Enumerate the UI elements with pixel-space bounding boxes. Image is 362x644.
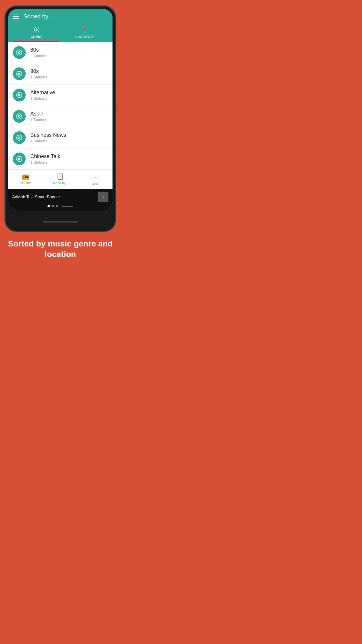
item-text: Alternative 3 Stations <box>30 90 55 101</box>
item-count: 3 Stations <box>30 54 47 58</box>
hamburger-icon[interactable] <box>13 15 19 19</box>
list-item[interactable]: Alternative 3 Stations <box>8 85 113 106</box>
item-count: 1 Stations <box>30 139 66 143</box>
header-top: Sorted by ... <box>13 13 108 23</box>
item-text: Business News 1 Stations <box>30 132 66 143</box>
phone-screen: Sorted by ... ⦿ GENRE 📍 LOCATION <box>8 9 113 211</box>
radio-icon <box>13 131 26 144</box>
item-name: 80s <box>30 47 47 53</box>
genre-icon: ⦿ <box>34 26 40 34</box>
item-name: Alternative <box>30 90 55 96</box>
ad-banner: AdMob Test Smart Banner › <box>8 189 113 205</box>
list-item[interactable]: 80s 3 Stations <box>8 42 113 63</box>
scroll-indicator <box>61 206 73 207</box>
radio-icon <box>13 67 26 80</box>
list-item[interactable]: 90s 1 Stations <box>8 63 113 85</box>
list-item[interactable]: Asian 1 Stations <box>8 106 113 127</box>
home-bar <box>43 221 78 223</box>
item-text: 90s 1 Stations <box>30 68 47 79</box>
nav-add-label: Add <box>92 182 98 186</box>
app-header: Sorted by ... ⦿ GENRE 📍 LOCATION <box>8 9 113 42</box>
svg-point-14 <box>19 137 20 138</box>
page-dots <box>8 205 113 211</box>
tab-location-label: LOCATION <box>75 35 93 38</box>
add-icon: ＋ <box>92 173 98 181</box>
header-title: Sorted by ... <box>23 13 55 20</box>
ad-arrow-icon: › <box>102 194 104 200</box>
stations-icon: 📻 <box>22 173 29 180</box>
item-text: Chinese Talk 1 Stations <box>30 153 60 164</box>
nav-stations[interactable]: 📻 Stations <box>8 170 43 189</box>
svg-point-8 <box>19 95 20 96</box>
radio-icon <box>13 46 26 59</box>
item-count: 1 Stations <box>30 118 47 122</box>
list-item[interactable]: Business News 1 Stations <box>8 127 113 148</box>
svg-point-2 <box>19 52 20 53</box>
sorted-icon: 📋 <box>56 173 64 180</box>
dot-1 <box>48 205 50 207</box>
item-count: 1 Stations <box>30 160 60 164</box>
item-count: 3 Stations <box>30 96 55 101</box>
tab-genre-label: GENRE <box>31 35 43 38</box>
nav-sorted-label: Sorted by ... <box>52 181 69 185</box>
svg-point-11 <box>19 116 20 117</box>
item-name: 90s <box>30 68 47 74</box>
tab-location[interactable]: 📍 LOCATION <box>60 23 108 42</box>
item-name: Asian <box>30 111 47 117</box>
bottom-nav: 📻 Stations 📋 Sorted by ... ＋ Add <box>8 169 113 189</box>
radio-icon <box>13 110 26 123</box>
phone-device: Sorted by ... ⦿ GENRE 📍 LOCATION <box>5 6 116 232</box>
tab-bar: ⦿ GENRE 📍 LOCATION <box>13 23 108 42</box>
ad-arrow-button[interactable]: › <box>98 192 108 202</box>
item-text: 80s 3 Stations <box>30 47 47 58</box>
location-icon: 📍 <box>80 26 88 34</box>
phone-bottom <box>6 213 115 231</box>
item-text: Asian 1 Stations <box>30 111 47 122</box>
radio-icon <box>13 153 26 165</box>
nav-sorted[interactable]: 📋 Sorted by ... <box>43 170 78 189</box>
item-name: Chinese Talk <box>30 153 60 160</box>
svg-point-17 <box>19 159 20 160</box>
nav-stations-label: Stations <box>20 181 31 185</box>
tab-genre[interactable]: ⦿ GENRE <box>13 23 60 42</box>
dot-2 <box>52 205 54 207</box>
nav-add[interactable]: ＋ Add <box>78 170 113 189</box>
svg-point-5 <box>19 74 20 74</box>
item-count: 1 Stations <box>30 75 47 79</box>
footer-text: Sorted by music genre and location <box>0 239 121 260</box>
radio-icon <box>13 89 26 102</box>
item-name: Business News <box>30 132 66 138</box>
genre-list: 80s 3 Stations 90s 1 Stations Altern <box>8 42 113 169</box>
list-item[interactable]: Chinese Talk 1 Stations <box>8 148 113 169</box>
ad-text: AdMob Test Smart Banner <box>12 195 60 199</box>
dot-3 <box>56 205 58 207</box>
